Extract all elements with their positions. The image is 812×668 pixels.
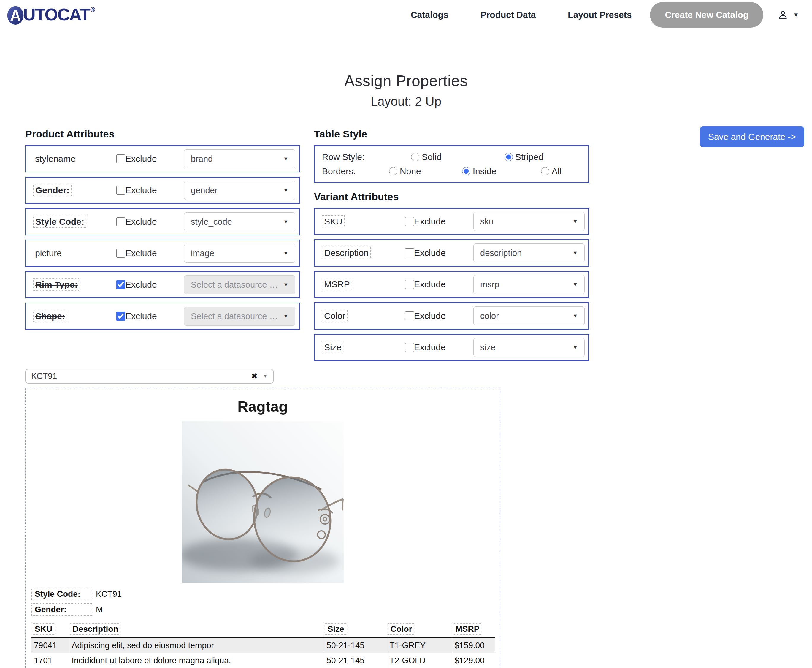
registered-trademark: ® (90, 6, 95, 13)
radio-input-inside[interactable] (462, 167, 470, 175)
user-icon (777, 10, 788, 20)
product-attributes-section: Product Attributes stylename Exclude bra… (25, 128, 300, 334)
radio-input-all[interactable] (541, 167, 549, 175)
nav-item-catalogs[interactable]: Catalogs (411, 10, 449, 20)
datasource-attribute-select[interactable]: msrp▼ (474, 275, 585, 294)
product-title: Ragtag (25, 398, 500, 415)
datasource-attribute-select[interactable]: Select a datasource attrib...▼ (184, 307, 295, 326)
datasource-attribute-select[interactable]: gender▼ (184, 181, 295, 200)
style-code-field: Style Code: KCT91 (32, 588, 500, 600)
exclude-toggle[interactable]: Exclude (405, 342, 446, 352)
exclude-toggle[interactable]: Exclude (116, 311, 157, 321)
style-code-field-value: KCT91 (96, 590, 122, 599)
datasource-attribute-select[interactable]: size▼ (474, 338, 585, 357)
radio-borders-inside[interactable]: Inside (462, 166, 497, 176)
attribute-label: MSRP (322, 279, 405, 289)
exclude-toggle[interactable]: Exclude (116, 185, 157, 195)
attribute-row-size: Size Exclude size▼ (314, 334, 589, 361)
product-image-sunglasses (182, 421, 343, 583)
radio-row-style-striped[interactable]: Striped (505, 152, 544, 162)
header-color[interactable]: Color (387, 623, 452, 638)
clear-selection-icon[interactable]: ✖ (252, 372, 257, 380)
exclude-toggle[interactable]: Exclude (116, 280, 157, 290)
table-style-box: Row Style: Solid Striped Borders: None (314, 145, 589, 183)
exclude-toggle[interactable]: Exclude (116, 248, 157, 258)
radio-input-none[interactable] (389, 167, 397, 175)
chevron-down-icon: ▼ (283, 156, 288, 162)
user-menu[interactable]: ▼ (777, 10, 799, 20)
attribute-label: Description (322, 248, 405, 258)
exclude-checkbox[interactable] (405, 280, 414, 289)
radio-borders-none[interactable]: None (389, 166, 421, 176)
attribute-label: Shape: (33, 311, 116, 321)
variant-attributes-heading: Variant Attributes (314, 191, 589, 202)
exclude-toggle[interactable]: Exclude (405, 279, 446, 289)
header-msrp[interactable]: MSRP (452, 623, 495, 638)
datasource-attribute-select[interactable]: brand▼ (184, 149, 295, 168)
exclude-checkbox[interactable] (116, 217, 125, 226)
attribute-row-stylename: stylename Exclude brand▼ (25, 145, 300, 172)
exclude-checkbox[interactable] (405, 343, 414, 352)
attribute-row-rimtype: Rim Type: Exclude Select a datasource at… (25, 271, 300, 298)
logo-text: UTOCAT (23, 5, 90, 24)
exclude-checkbox[interactable] (116, 312, 125, 321)
style-code-combobox[interactable]: KCT91 ✖ ▼ (25, 369, 273, 384)
page-subtitle: Layout: 2 Up (0, 94, 812, 109)
exclude-checkbox[interactable] (116, 154, 125, 163)
chevron-down-icon[interactable]: ▼ (263, 373, 268, 379)
nav-menu: Catalogs Product Data Layout Presets Cre… (379, 2, 799, 28)
datasource-attribute-select[interactable]: image▼ (184, 244, 295, 263)
gender-field-label[interactable]: Gender: (32, 603, 92, 616)
header-description[interactable]: Description (69, 623, 324, 638)
catalog-page-preview: Ragtag (25, 388, 500, 668)
radio-row-style-solid[interactable]: Solid (411, 152, 442, 162)
style-code-field-label[interactable]: Style Code: (32, 588, 92, 600)
chevron-down-icon: ▼ (283, 219, 288, 225)
exclude-checkbox[interactable] (116, 186, 125, 195)
variant-preview-table: SKU Description Size Color MSRP 79041 Ad… (32, 623, 495, 668)
chevron-down-icon: ▼ (572, 250, 578, 256)
datasource-attribute-select[interactable]: Select a datasource attrib...▼ (184, 275, 295, 294)
exclude-toggle[interactable]: Exclude (116, 154, 157, 164)
radio-input-solid[interactable] (411, 153, 419, 161)
page-title: Assign Properties (0, 72, 812, 90)
product-attributes-heading: Product Attributes (25, 128, 300, 140)
create-new-catalog-button[interactable]: Create New Catalog (650, 2, 763, 28)
exclude-checkbox[interactable] (405, 217, 414, 226)
attribute-label: Size (322, 342, 405, 352)
borders-label: Borders: (322, 166, 387, 176)
exclude-checkbox[interactable] (116, 249, 125, 258)
product-fields: Style Code: KCT91 Gender: M (32, 588, 500, 616)
nav-item-layout-presets[interactable]: Layout Presets (568, 10, 632, 20)
gender-field: Gender: M (32, 603, 500, 616)
top-navigation-bar: A UTOCAT ® Catalogs Product Data Layout … (0, 0, 812, 30)
radio-borders-all[interactable]: All (541, 166, 562, 176)
datasource-attribute-select[interactable]: color▼ (474, 306, 585, 326)
chevron-down-icon: ▼ (572, 281, 578, 288)
datasource-attribute-select[interactable]: style_code▼ (184, 212, 295, 231)
exclude-checkbox[interactable] (116, 280, 125, 289)
borders-options: Borders: None Inside All (322, 166, 581, 176)
datasource-attribute-select[interactable]: description▼ (474, 244, 585, 262)
svg-text:A: A (10, 7, 21, 24)
radio-input-striped[interactable] (505, 153, 513, 161)
attribute-label: Gender: (33, 185, 116, 195)
save-and-generate-button[interactable]: Save and Generate -> (700, 127, 804, 147)
header-sku[interactable]: SKU (32, 623, 69, 638)
autocat-logo[interactable]: A UTOCAT ® (7, 5, 95, 25)
exclude-toggle[interactable]: Exclude (116, 217, 157, 227)
datasource-attribute-select[interactable]: sku▼ (474, 212, 585, 231)
nav-item-product-data[interactable]: Product Data (480, 10, 536, 20)
chevron-down-icon: ▼ (283, 313, 288, 319)
table-row: 1701 Incididunt ut labore et dolore magn… (32, 653, 495, 668)
chevron-down-icon: ▼ (283, 282, 288, 288)
exclude-checkbox[interactable] (405, 249, 414, 257)
row-style-label: Row Style: (322, 152, 387, 162)
exclude-toggle[interactable]: Exclude (405, 248, 446, 258)
header-size[interactable]: Size (324, 623, 387, 638)
exclude-toggle[interactable]: Exclude (405, 216, 446, 227)
chevron-down-icon: ▼ (572, 219, 578, 225)
exclude-checkbox[interactable] (405, 311, 414, 321)
table-style-and-variants-section: Table Style Row Style: Solid Striped Bor… (314, 128, 589, 365)
exclude-toggle[interactable]: Exclude (405, 311, 446, 321)
